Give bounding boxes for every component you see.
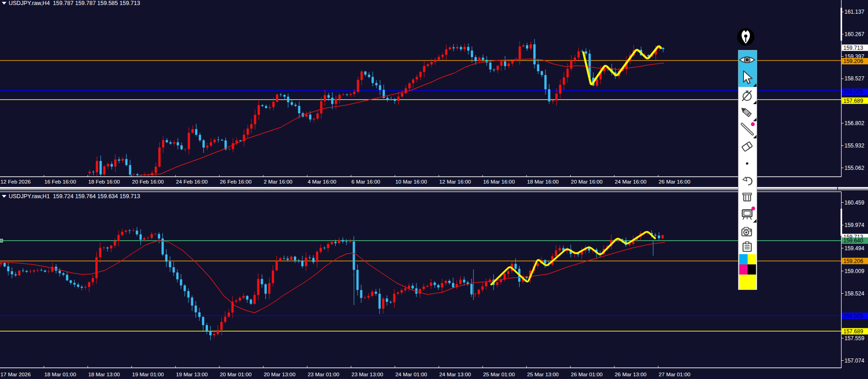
svg-text:159.640: 159.640 [843,237,863,244]
svg-text:157.559: 157.559 [845,335,865,342]
svg-text:18 Mar 13:00: 18 Mar 13:00 [88,371,120,378]
svg-text:2 Mar 16:00: 2 Mar 16:00 [264,179,292,185]
svg-text:24 Feb 16:00: 24 Feb 16:00 [176,179,208,185]
svg-text:159.009: 159.009 [845,268,865,274]
svg-text:USDJPY.raw,H1 159.724 159.764: USDJPY.raw,H1 159.724 159.764 159.634 15… [9,193,140,200]
svg-text:157.074: 157.074 [845,358,865,364]
svg-text:156.802: 156.802 [845,120,865,126]
svg-text:19 Mar 13:00: 19 Mar 13:00 [176,371,208,378]
svg-text:159.206: 159.206 [843,58,863,64]
svg-text:159.713: 159.713 [843,45,863,51]
svg-text:USDJPY.raw,H4 159.787 159.787: USDJPY.raw,H4 159.787 159.787 159.585 15… [9,0,140,6]
svg-text:17 Mar 2026: 17 Mar 2026 [0,371,31,378]
svg-text:16 Feb 16:00: 16 Feb 16:00 [44,179,76,185]
svg-text:6 Mar 16:00: 6 Mar 16:00 [352,179,380,185]
svg-text:20 Feb 16:00: 20 Feb 16:00 [132,179,164,185]
svg-text:24 Mar 01:00: 24 Mar 01:00 [395,371,427,378]
svg-text:24 Mar 13:00: 24 Mar 13:00 [439,371,471,378]
svg-text:12 Mar 16:00: 12 Mar 16:00 [439,179,471,185]
svg-text:158.025: 158.025 [843,89,863,95]
svg-text:158.025: 158.025 [843,313,863,319]
svg-text:25 Mar 01:00: 25 Mar 01:00 [483,371,515,378]
svg-text:26 Feb 16:00: 26 Feb 16:00 [220,179,252,185]
svg-text:155.062: 155.062 [845,165,865,171]
svg-text:20 Mar 16:00: 20 Mar 16:00 [571,179,603,185]
svg-text:27 Mar 01:00: 27 Mar 01:00 [659,371,691,378]
svg-text:26 Mar 16:00: 26 Mar 16:00 [659,179,691,185]
svg-text:26 Mar 13:00: 26 Mar 13:00 [615,371,647,378]
svg-text:12 Feb 2026: 12 Feb 2026 [0,179,31,185]
svg-text:25 Mar 13:00: 25 Mar 13:00 [527,371,559,378]
svg-text:19 Mar 01:00: 19 Mar 01:00 [132,371,164,378]
svg-text:160.459: 160.459 [845,200,865,206]
svg-text:23 Mar 13:00: 23 Mar 13:00 [352,371,384,378]
svg-text:18 Mar 16:00: 18 Mar 16:00 [527,179,559,185]
svg-text:157.689: 157.689 [843,98,863,104]
svg-text:18 Mar 01:00: 18 Mar 01:00 [44,371,76,378]
svg-text:20 Mar 01:00: 20 Mar 01:00 [220,371,252,378]
svg-text:161.137: 161.137 [845,9,865,15]
svg-text:157.689: 157.689 [843,328,863,335]
svg-text:159.494: 159.494 [845,245,865,252]
svg-text:4 Mar 16:00: 4 Mar 16:00 [307,179,336,185]
svg-text:23 Mar 01:00: 23 Mar 01:00 [307,371,339,378]
svg-text:160.267: 160.267 [845,31,865,37]
svg-text:158.527: 158.527 [845,75,865,82]
svg-text:18 Feb 16:00: 18 Feb 16:00 [88,179,120,185]
svg-text:24 Mar 16:00: 24 Mar 16:00 [615,179,647,185]
svg-text:26 Mar 01:00: 26 Mar 01:00 [571,371,603,378]
svg-text:20 Mar 13:00: 20 Mar 13:00 [264,371,296,378]
svg-text:158.524: 158.524 [845,290,865,297]
svg-text:16 Mar 16:00: 16 Mar 16:00 [483,179,515,185]
svg-text:159.974: 159.974 [845,222,865,228]
svg-text:159.206: 159.206 [843,258,863,264]
svg-text:155.932: 155.932 [845,142,865,149]
svg-text:10 Mar 16:00: 10 Mar 16:00 [395,179,427,185]
